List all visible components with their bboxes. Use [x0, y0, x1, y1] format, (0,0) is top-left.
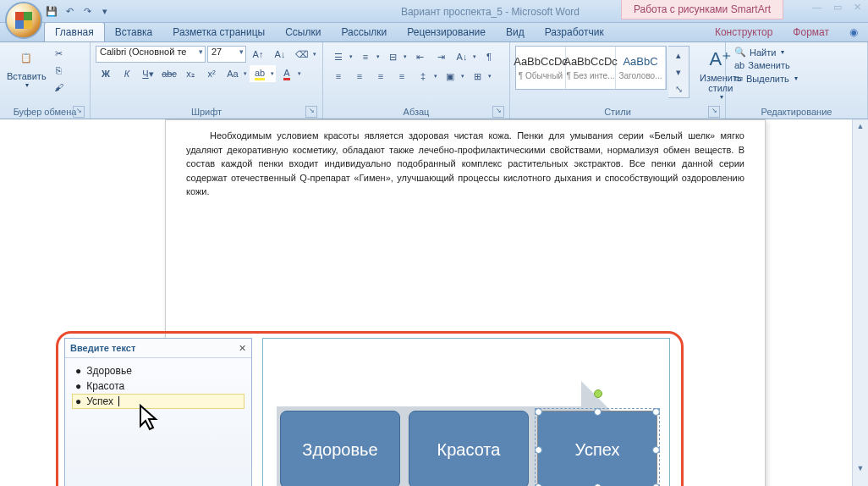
quick-access-toolbar: 💾 ↶ ↷ ▾: [44, 3, 113, 19]
redo-icon[interactable]: ↷: [80, 3, 95, 19]
qat-customize-icon[interactable]: ▾: [97, 3, 113, 19]
group-paragraph-label: Абзац: [404, 107, 430, 117]
scroll-down-icon[interactable]: ▼: [853, 461, 868, 475]
align-center-button[interactable]: ≡: [349, 68, 370, 85]
format-painter-icon[interactable]: 🖌: [52, 80, 67, 95]
smartart-box-2[interactable]: Красота: [409, 411, 529, 486]
borders-button[interactable]: ⊞: [467, 68, 493, 85]
tab-design[interactable]: Конструктор: [705, 23, 783, 41]
paragraph-text: Необходимым условием красоты является зд…: [186, 129, 744, 199]
group-font-label: Шрифт: [191, 107, 222, 117]
copy-icon[interactable]: ⎘: [52, 63, 67, 78]
align-right-button[interactable]: ≡: [371, 68, 391, 85]
superscript-button[interactable]: x²: [201, 65, 222, 82]
office-button[interactable]: [5, 2, 42, 39]
subscript-button[interactable]: x₂: [180, 65, 201, 82]
tab-mailings[interactable]: Рассылки: [331, 23, 397, 41]
tab-view[interactable]: Вид: [496, 23, 535, 41]
shading-button[interactable]: ▣: [440, 68, 466, 85]
tab-review[interactable]: Рецензирование: [397, 23, 496, 41]
sort-button[interactable]: A↓: [452, 48, 478, 65]
group-styles-label: Стили: [604, 107, 631, 117]
tab-home[interactable]: Главная: [44, 22, 105, 41]
text-pane-item-selected[interactable]: ●Успех: [72, 394, 244, 409]
cut-icon[interactable]: ✂: [52, 46, 67, 61]
tab-developer[interactable]: Разработчик: [535, 23, 614, 41]
bullets-button[interactable]: ☰: [328, 48, 354, 65]
style-no-spacing[interactable]: AaBbCcDc¶ Без инте...: [566, 47, 616, 89]
paste-icon: 📋: [14, 46, 38, 69]
text-pane-item[interactable]: ●Здоровье: [72, 363, 244, 378]
paste-button[interactable]: 📋 Вставить ▾: [3, 44, 50, 91]
smartart-canvas[interactable]: Здоровье Красота Успех: [262, 338, 670, 486]
font-color-button[interactable]: A: [277, 65, 303, 82]
styles-gallery[interactable]: AaBbCcDc¶ Обычный AaBbCcDc¶ Без инте... …: [515, 46, 667, 90]
group-clipboard-label: Буфер обмена: [14, 107, 77, 117]
shrink-font-icon[interactable]: A↓: [270, 46, 290, 63]
font-size-combo[interactable]: 27: [207, 46, 246, 63]
document-area: Необходимым условием красоты является зд…: [0, 119, 868, 486]
font-name-combo[interactable]: Calibri (Основной те: [96, 46, 206, 63]
numbering-button[interactable]: ≡: [355, 48, 382, 65]
line-spacing-button[interactable]: ‡: [413, 68, 439, 85]
replace-button[interactable]: abЗаменить: [733, 59, 799, 71]
minimize-icon[interactable]: —: [812, 2, 821, 13]
tab-references[interactable]: Ссылки: [275, 23, 331, 41]
align-justify-button[interactable]: ≡: [392, 68, 412, 85]
italic-button[interactable]: К: [117, 65, 137, 82]
styles-more[interactable]: ⤡: [668, 80, 689, 97]
highlight-button[interactable]: ab: [250, 65, 276, 82]
vertical-scrollbar[interactable]: ▲ ▼: [852, 119, 868, 486]
strike-button[interactable]: abc: [159, 65, 179, 82]
bold-button[interactable]: Ж: [96, 65, 116, 82]
ribbon: 📋 Вставить ▾ ✂ ⎘ 🖌 Буфер обмена↘ Calibri…: [0, 42, 868, 119]
tab-format[interactable]: Формат: [783, 23, 839, 41]
undo-icon[interactable]: ↶: [62, 3, 77, 19]
show-marks-button[interactable]: ¶: [479, 48, 499, 65]
style-heading[interactable]: AaBbCЗаголово...: [616, 47, 666, 89]
style-normal[interactable]: AaBbCcDc¶ Обычный: [516, 47, 566, 89]
multilevel-button[interactable]: ⊟: [382, 48, 409, 65]
paragraph-launcher[interactable]: ↘: [492, 106, 504, 118]
clipboard-launcher[interactable]: ↘: [73, 106, 85, 118]
maximize-icon[interactable]: ▭: [833, 2, 842, 13]
smartart-text-pane[interactable]: Введите текст ✕ ●Здоровье ●Красота ●Успе…: [64, 338, 252, 486]
group-editing-label: Редактирование: [761, 107, 832, 117]
find-icon: 🔍: [734, 47, 746, 58]
underline-button[interactable]: Ч▾: [138, 65, 158, 82]
title-bar: 💾 ↶ ↷ ▾ Вариант проспекта_5 - Microsoft …: [0, 0, 868, 23]
tab-insert[interactable]: Вставка: [105, 23, 163, 41]
tab-page-layout[interactable]: Разметка страницы: [162, 23, 275, 41]
save-icon[interactable]: 💾: [44, 3, 59, 19]
select-button[interactable]: ▭Выделить▾: [733, 72, 799, 85]
indent-inc-button[interactable]: ⇥: [431, 48, 451, 65]
smartart-tools-label: Работа с рисунками SmartArt: [621, 0, 783, 19]
styles-launcher[interactable]: ↘: [708, 106, 720, 118]
select-icon: ▭: [734, 73, 743, 84]
smartart-box-1[interactable]: Здоровье: [280, 411, 400, 486]
align-left-button[interactable]: ≡: [328, 68, 349, 85]
replace-icon: ab: [734, 60, 744, 70]
font-launcher[interactable]: ↘: [305, 106, 317, 118]
rotation-handle-icon[interactable]: [594, 389, 602, 398]
clear-format-icon[interactable]: ⌫: [292, 46, 318, 63]
smartart-box-3-selected[interactable]: Успех: [537, 411, 657, 486]
help-icon[interactable]: ◉: [839, 23, 868, 41]
close-icon[interactable]: ✕: [854, 2, 861, 13]
text-pane-item[interactable]: ●Красота: [72, 378, 244, 394]
indent-dec-button[interactable]: ⇤: [409, 48, 430, 65]
scroll-up-icon[interactable]: ▲: [853, 119, 868, 133]
ribbon-tabs: Главная Вставка Разметка страницы Ссылки…: [0, 23, 868, 42]
grow-font-icon[interactable]: A↑: [248, 46, 268, 63]
styles-row-up[interactable]: ▴: [668, 47, 689, 64]
find-button[interactable]: 🔍Найти▾: [733, 46, 799, 58]
text-pane-title: Введите текст: [70, 343, 135, 353]
styles-row-down[interactable]: ▾: [668, 64, 689, 80]
change-case-button[interactable]: Aa: [222, 65, 249, 82]
text-pane-close-icon[interactable]: ✕: [239, 343, 246, 354]
